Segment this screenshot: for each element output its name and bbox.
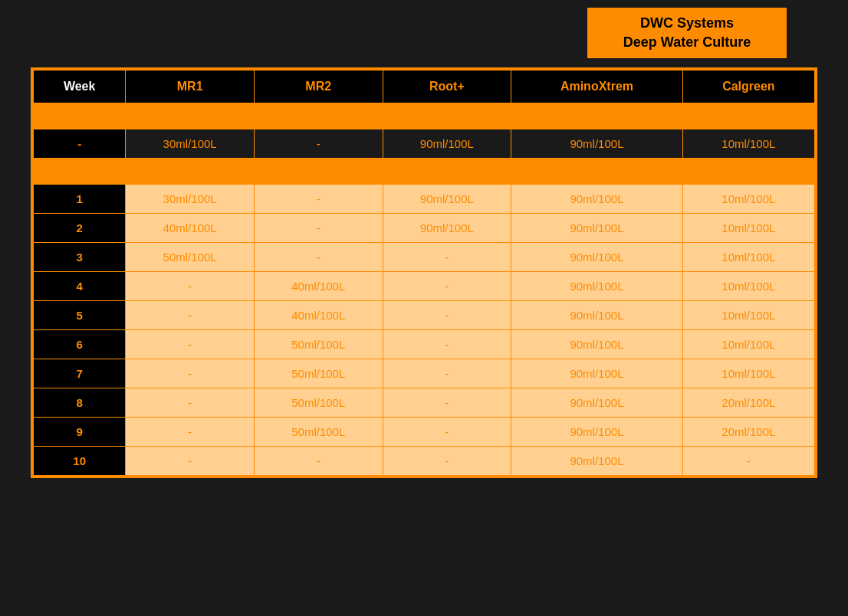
col-mr2: MR2 (254, 70, 383, 103)
cell-0-0-3: 90ml/100L (383, 129, 511, 159)
cell-0-0-4: 90ml/100L (511, 129, 683, 159)
cell-1-3-4: 90ml/100L (511, 272, 683, 301)
cell-1-7-2: 50ml/100L (254, 388, 383, 418)
cell-0-0-2: - (254, 129, 383, 159)
cell-1-8-3: - (383, 418, 511, 447)
cell-1-9-3: - (383, 447, 511, 476)
cell-1-4-1: - (126, 301, 255, 330)
cell-1-6-0: 7 (34, 359, 126, 388)
col-amino: AminoXtrem (511, 70, 683, 103)
cell-1-8-2: 50ml/100L (254, 418, 383, 447)
cell-1-7-0: 8 (34, 388, 126, 418)
cell-1-1-5: 10ml/100L (682, 214, 814, 243)
cell-1-3-2: 40ml/100L (254, 272, 383, 301)
cell-1-0-3: 90ml/100L (383, 185, 511, 214)
cell-1-9-1: - (126, 447, 255, 476)
cell-1-2-1: 50ml/100L (126, 243, 255, 272)
col-root: Root+ (383, 70, 511, 103)
cell-1-6-2: 50ml/100L (254, 359, 383, 388)
cell-1-7-1: - (126, 388, 255, 418)
cell-1-2-4: 90ml/100L (511, 243, 683, 272)
cell-1-7-4: 90ml/100L (511, 388, 683, 418)
table-row: 8-50ml/100L-90ml/100L20ml/100L (34, 388, 815, 418)
banner-line2: Deep Water Culture (623, 34, 751, 50)
table-row: 4-40ml/100L-90ml/100L10ml/100L (34, 272, 815, 301)
table-wrapper: Week MR1 MR2 Root+ AminoXtrem Calgreen 1… (31, 67, 817, 478)
schedule-table: Week MR1 MR2 Root+ AminoXtrem Calgreen 1… (33, 70, 815, 476)
cell-1-1-3: 90ml/100L (383, 214, 511, 243)
cell-0-0-0: - (34, 129, 126, 159)
cell-1-0-5: 10ml/100L (682, 185, 814, 214)
section-header-1: 12 hours ☼ (34, 159, 815, 185)
cell-1-6-3: - (383, 359, 511, 388)
cell-1-1-4: 90ml/100L (511, 214, 683, 243)
cell-1-4-2: 40ml/100L (254, 301, 383, 330)
cell-1-6-1: - (126, 359, 255, 388)
cell-1-1-0: 2 (34, 214, 126, 243)
cell-1-3-5: 10ml/100L (682, 272, 814, 301)
cell-1-5-5: 10ml/100L (682, 330, 814, 359)
banner-line1: DWC Systems (640, 15, 734, 31)
cell-1-8-1: - (126, 418, 255, 447)
cell-1-0-4: 90ml/100L (511, 185, 683, 214)
cell-1-5-0: 6 (34, 330, 126, 359)
cell-1-4-5: 10ml/100L (682, 301, 814, 330)
table-row: 130ml/100L-90ml/100L90ml/100L10ml/100L (34, 185, 815, 214)
cell-1-3-3: - (383, 272, 511, 301)
cell-1-9-4: 90ml/100L (511, 447, 683, 476)
cell-1-4-0: 5 (34, 301, 126, 330)
cell-1-9-0: 10 (34, 447, 126, 476)
cell-1-3-1: - (126, 272, 255, 301)
cell-1-4-4: 90ml/100L (511, 301, 683, 330)
table-row: 9-50ml/100L-90ml/100L20ml/100L (34, 418, 815, 447)
cell-1-8-0: 9 (34, 418, 126, 447)
section-label-0: 18 hours ☼ (34, 103, 815, 129)
cell-1-4-3: - (383, 301, 511, 330)
table-row: 6-50ml/100L-90ml/100L10ml/100L (34, 330, 815, 359)
header-banner: DWC Systems Deep Water Culture (587, 8, 787, 58)
cell-1-2-3: - (383, 243, 511, 272)
table-row: 7-50ml/100L-90ml/100L10ml/100L (34, 359, 815, 388)
table-row: 10---90ml/100L- (34, 447, 815, 476)
col-mr1: MR1 (126, 70, 255, 103)
cell-1-2-0: 3 (34, 243, 126, 272)
cell-0-0-1: 30ml/100L (126, 129, 255, 159)
table-header-row: Week MR1 MR2 Root+ AminoXtrem Calgreen (34, 70, 815, 103)
cell-1-5-2: 50ml/100L (254, 330, 383, 359)
cell-1-8-5: 20ml/100L (682, 418, 814, 447)
col-week: Week (34, 70, 126, 103)
cell-1-9-2: - (254, 447, 383, 476)
table-row: 240ml/100L-90ml/100L90ml/100L10ml/100L (34, 214, 815, 243)
cell-1-6-5: 10ml/100L (682, 359, 814, 388)
cell-1-1-2: - (254, 214, 383, 243)
cell-1-8-4: 90ml/100L (511, 418, 683, 447)
cell-1-2-2: - (254, 243, 383, 272)
cell-1-1-1: 40ml/100L (126, 214, 255, 243)
cell-1-6-4: 90ml/100L (511, 359, 683, 388)
cell-1-7-3: - (383, 388, 511, 418)
cell-0-0-5: 10ml/100L (682, 129, 814, 159)
cell-1-7-5: 20ml/100L (682, 388, 814, 418)
section-label-1: 12 hours ☼ (34, 159, 815, 185)
cell-1-5-3: - (383, 330, 511, 359)
table-row: 5-40ml/100L-90ml/100L10ml/100L (34, 301, 815, 330)
section-header-0: 18 hours ☼ (34, 103, 815, 129)
cell-1-0-1: 30ml/100L (126, 185, 255, 214)
cell-1-2-5: 10ml/100L (682, 243, 814, 272)
col-cal: Calgreen (682, 70, 814, 103)
cell-1-9-5: - (682, 447, 814, 476)
table-row: -30ml/100L-90ml/100L90ml/100L10ml/100L (34, 129, 815, 159)
cell-1-3-0: 4 (34, 272, 126, 301)
cell-1-5-4: 90ml/100L (511, 330, 683, 359)
cell-1-0-0: 1 (34, 185, 126, 214)
table-row: 350ml/100L--90ml/100L10ml/100L (34, 243, 815, 272)
cell-1-0-2: - (254, 185, 383, 214)
cell-1-5-1: - (126, 330, 255, 359)
